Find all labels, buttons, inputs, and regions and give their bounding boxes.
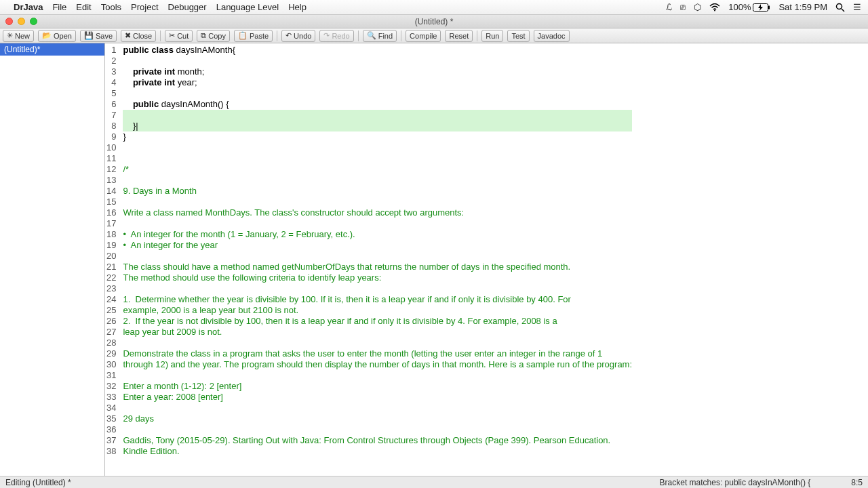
window-title: (Untitled) *: [0, 17, 868, 26]
find-icon: 🔍: [367, 31, 376, 40]
code-line[interactable]: [123, 56, 632, 66]
toolbar-separator: [477, 30, 477, 41]
test-button[interactable]: Test: [507, 30, 529, 42]
menu-tools[interactable]: Tools: [101, 2, 121, 12]
paste-button[interactable]: 📋Paste: [234, 30, 273, 42]
code-line[interactable]: Demonstrate the class in a program that …: [123, 348, 632, 359]
dropbox-icon[interactable]: ⬡: [694, 2, 701, 12]
menu-help[interactable]: Help: [288, 2, 307, 12]
run-button[interactable]: Run: [481, 30, 503, 42]
menu-edit[interactable]: Edit: [76, 2, 91, 12]
code-line[interactable]: public daysInAMonth() {: [123, 99, 632, 110]
sidebar-file-item[interactable]: (Untitled)*: [0, 43, 104, 56]
window-close-button[interactable]: [5, 18, 13, 25]
code-line[interactable]: [123, 142, 632, 153]
code-line[interactable]: private int month;: [123, 66, 632, 77]
code-line[interactable]: Gaddis, Tony (2015-05-29). Starting Out …: [123, 435, 632, 446]
display-icon[interactable]: ⎚: [680, 2, 686, 12]
open-button[interactable]: 📂Open: [38, 30, 76, 42]
redo-button[interactable]: ↷Redo: [319, 30, 353, 42]
window-zoom-button[interactable]: [30, 18, 37, 25]
wifi-icon[interactable]: [709, 3, 720, 12]
code-line[interactable]: Enter a year: 2008 [enter]: [123, 392, 632, 403]
paste-icon: 📋: [238, 31, 248, 40]
window-minimize-button[interactable]: [18, 18, 25, 25]
code-line[interactable]: [123, 251, 632, 262]
status-left: Editing (Untitled) *: [5, 478, 71, 487]
code-line[interactable]: The method should use the following crit…: [123, 272, 632, 283]
javadoc-button[interactable]: Javadoc: [534, 30, 570, 42]
code-line[interactable]: [123, 197, 632, 207]
copy-button[interactable]: ⧉Copy: [197, 30, 230, 42]
code-line[interactable]: [123, 110, 632, 121]
new-button[interactable]: ✳New: [3, 30, 34, 42]
code-editor[interactable]: 1234567891011121314151617181920212223242…: [105, 43, 868, 476]
code-line[interactable]: • An integer for the month (1 = January,…: [123, 229, 632, 240]
clock[interactable]: Sat 1:59 PM: [778, 2, 827, 12]
toolbar: ✳New 📂Open 💾Save ✖Close ✂Cut ⧉Copy 📋Past…: [0, 28, 868, 43]
compile-button[interactable]: Compile: [406, 30, 441, 42]
code-line[interactable]: Enter a month (1-12): 2 [enter]: [123, 381, 632, 392]
code-line[interactable]: 1. Determine whether the year is divisib…: [123, 294, 632, 305]
code-line[interactable]: public class daysInAMonth{: [123, 45, 632, 56]
spotlight-icon[interactable]: [835, 3, 845, 12]
script-icon[interactable]: ℒ: [666, 2, 672, 12]
menu-project[interactable]: Project: [131, 2, 158, 12]
code-line[interactable]: /*: [123, 164, 632, 175]
code-line[interactable]: 29 days: [123, 413, 632, 424]
status-bracket: Bracket matches: public daysInAMonth() {: [660, 478, 811, 487]
code-line[interactable]: }|: [123, 121, 632, 131]
code-area[interactable]: public class daysInAMonth{ private int m…: [120, 43, 632, 476]
cut-button[interactable]: ✂Cut: [165, 30, 193, 42]
battery-percent: 100%: [728, 2, 751, 12]
code-line[interactable]: [123, 175, 632, 186]
close-button[interactable]: ✖Close: [121, 30, 156, 42]
code-line[interactable]: }: [123, 131, 632, 142]
code-line[interactable]: [123, 153, 632, 164]
code-line[interactable]: through 12) and the year. The program sh…: [123, 359, 632, 370]
mac-menubar: DrJava File Edit Tools Project Debugger …: [0, 0, 868, 15]
code-line[interactable]: example, 2000 is a leap year but 2100 is…: [123, 305, 632, 316]
code-line[interactable]: Write a class named MonthDays. The class…: [123, 207, 632, 218]
file-sidebar[interactable]: (Untitled)*: [0, 43, 105, 476]
menu-debugger[interactable]: Debugger: [168, 2, 207, 12]
toolbar-separator: [401, 30, 401, 41]
reset-button[interactable]: Reset: [445, 30, 473, 42]
undo-icon: ↶: [285, 31, 292, 40]
find-button[interactable]: 🔍Find: [363, 30, 397, 42]
code-line[interactable]: [123, 88, 632, 99]
notification-center-icon[interactable]: ☰: [853, 2, 861, 12]
save-button[interactable]: 💾Save: [80, 30, 117, 42]
code-line[interactable]: [123, 403, 632, 413]
new-icon: ✳: [7, 31, 13, 40]
close-icon: ✖: [125, 31, 131, 40]
save-icon: 💾: [84, 31, 94, 40]
redo-icon: ↷: [323, 31, 330, 40]
code-line[interactable]: [123, 338, 632, 348]
code-line[interactable]: [123, 218, 632, 229]
line-gutter: 1234567891011121314151617181920212223242…: [105, 43, 120, 476]
menu-file[interactable]: File: [52, 2, 66, 12]
open-icon: 📂: [42, 31, 52, 40]
svg-line-4: [842, 9, 844, 12]
code-line[interactable]: private int year;: [123, 77, 632, 88]
code-line[interactable]: [123, 370, 632, 381]
toolbar-separator: [160, 30, 161, 41]
battery-status[interactable]: 100%: [728, 2, 770, 12]
code-line[interactable]: 2. If the year is not divisible by 100, …: [123, 316, 632, 327]
code-line[interactable]: The class should have a method named get…: [123, 262, 632, 272]
code-line[interactable]: [123, 424, 632, 435]
svg-rect-2: [768, 5, 770, 9]
code-line[interactable]: • An integer for the year: [123, 240, 632, 251]
code-line[interactable]: leap year but 2009 is not.: [123, 327, 632, 338]
code-line[interactable]: Kindle Edition.: [123, 446, 632, 457]
code-line[interactable]: 9. Days in a Month: [123, 186, 632, 197]
code-line[interactable]: [123, 283, 632, 294]
app-window: (Untitled) * ✳New 📂Open 💾Save ✖Close ✂Cu…: [0, 15, 868, 476]
titlebar[interactable]: (Untitled) *: [0, 15, 868, 28]
svg-point-0: [714, 9, 715, 11]
app-name[interactable]: DrJava: [14, 2, 43, 12]
undo-button[interactable]: ↶Undo: [281, 30, 315, 42]
toolbar-separator: [277, 30, 277, 41]
menu-language-level[interactable]: Language Level: [216, 2, 279, 12]
